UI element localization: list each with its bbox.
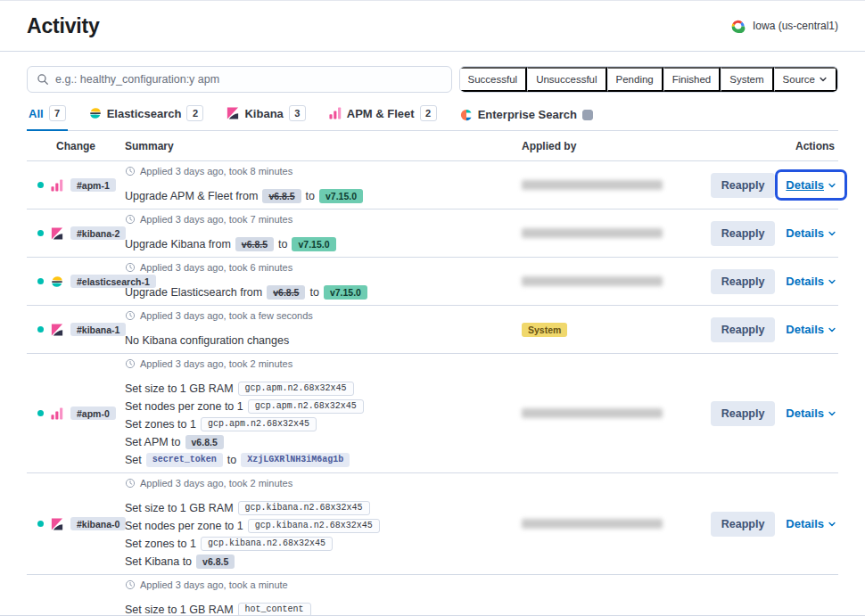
- applied-timestamp: Applied 3 days ago, took 8 minutes: [125, 165, 522, 177]
- applied-text: Applied 3 days ago, took 6 minutes: [140, 262, 292, 273]
- reapply-button[interactable]: Reapply: [711, 173, 776, 198]
- clock-icon: [125, 579, 136, 590]
- filter-source[interactable]: Source: [774, 67, 837, 92]
- summary-line: Set nodes per zone to 1gcp.apm.n2.68x32x…: [125, 398, 522, 414]
- filter-system[interactable]: System: [721, 67, 773, 92]
- filter-finished[interactable]: Finished: [663, 67, 721, 92]
- redacted-user: [522, 180, 663, 190]
- applied-text: Applied 3 days ago, took a minute: [140, 579, 288, 590]
- summary-cell: Applied 3 days ago, took a minuteSet siz…: [125, 575, 838, 616]
- tab-apm-fleet[interactable]: APM & Fleet2: [327, 103, 439, 131]
- summary-text: Upgrade Elasticsearch from: [125, 286, 262, 299]
- actions-cell: ReapplyDetails: [704, 306, 838, 353]
- chevron-down-icon: [828, 229, 836, 238]
- summary-line: No Kibana configuration changes: [125, 333, 522, 348]
- apm-icon: [51, 407, 63, 420]
- config-value-badge: gcp.apm.n2.68x32x45: [248, 399, 364, 414]
- search-box: [27, 66, 452, 93]
- activity-page: Activity Iowa (us-central1) SuccessfulUn…: [0, 0, 865, 616]
- summary-line: Upgrade Elasticsearch fromv6.8.5tov7.15.…: [125, 284, 522, 300]
- activity-row: #kibana-0Applied 3 days ago, took 2 minu…: [27, 473, 838, 575]
- filter-unsuccessful[interactable]: Unsuccessful: [527, 67, 606, 92]
- applied-timestamp: Applied 3 days ago, took 2 minutes: [125, 357, 522, 369]
- region-indicator[interactable]: Iowa (us-central1): [729, 19, 838, 33]
- apm-icon: [51, 179, 63, 192]
- filter-label: Finished: [672, 74, 711, 85]
- tab-kibana[interactable]: Kibana3: [225, 103, 307, 131]
- reapply-button[interactable]: Reapply: [711, 269, 776, 294]
- summary-line: Set size to 1 GB RAMhot_content: [125, 602, 838, 616]
- summary-cell: Applied 3 days ago, took 6 minutesUpgrad…: [125, 258, 522, 305]
- tab-enterprise-search[interactable]: Enterprise Search: [458, 106, 595, 131]
- actions-cell: ReapplyDetails: [704, 473, 838, 574]
- details-button[interactable]: Details: [786, 323, 836, 336]
- summary-line: Set size to 1 GB RAMgcp.kibana.n2.68x32x…: [125, 500, 522, 515]
- summary-cell: Applied 3 days ago, took a few secondsNo…: [125, 306, 522, 353]
- summary-text: Set: [125, 454, 142, 466]
- status-dot: [37, 326, 44, 333]
- clock-icon: [125, 478, 136, 489]
- reapply-button[interactable]: Reapply: [711, 317, 776, 342]
- details-button[interactable]: Details: [786, 178, 836, 192]
- summary-text: to: [278, 238, 287, 251]
- summary-cell: Applied 3 days ago, took 8 minutesUpgrad…: [125, 161, 522, 209]
- activity-row: #apm-0Applied 3 days ago, took 2 minutes…: [27, 354, 838, 473]
- table-body: #apm-1Applied 3 days ago, took 8 minutes…: [27, 161, 838, 616]
- filter-pending[interactable]: Pending: [607, 67, 663, 92]
- summary-text: Upgrade Kibana from: [125, 238, 231, 251]
- change-cell: #kibana-1: [27, 306, 125, 353]
- page-title: Activity: [27, 14, 99, 38]
- reapply-button[interactable]: Reapply: [711, 512, 776, 537]
- change-cell: [27, 575, 125, 616]
- code-badge: secret_token: [146, 453, 223, 467]
- tab-all[interactable]: All7: [27, 103, 68, 131]
- details-button[interactable]: Details: [786, 275, 836, 288]
- details-button[interactable]: Details: [786, 407, 836, 420]
- reapply-button[interactable]: Reapply: [711, 221, 776, 246]
- details-button[interactable]: Details: [786, 517, 836, 530]
- old-version-badge: v6.8.5: [235, 237, 274, 251]
- kibana-icon: [51, 227, 63, 240]
- change-cell: #elasticsearch-1: [27, 258, 125, 305]
- tab-elasticsearch[interactable]: Elasticsearch2: [87, 103, 206, 131]
- details-button[interactable]: Details: [786, 226, 836, 240]
- applied-by-cell: [522, 473, 704, 574]
- kibana-icon: [51, 324, 63, 336]
- apm-icon: [329, 107, 342, 119]
- table-header: Change Summary Applied by Actions: [27, 131, 838, 161]
- details-label: Details: [786, 178, 824, 192]
- summary-text: No Kibana configuration changes: [125, 334, 289, 347]
- chevron-down-icon: [828, 325, 836, 334]
- change-cell: #apm-1: [27, 161, 125, 209]
- activity-table: Change Summary Applied by Actions #apm-1…: [27, 131, 838, 616]
- summary-line: Set nodes per zone to 1gcp.kibana.n2.68x…: [125, 518, 522, 533]
- filter-successful[interactable]: Successful: [460, 67, 528, 92]
- activity-row: Applied 3 days ago, took a minuteSet siz…: [27, 575, 838, 616]
- redacted-user: [522, 276, 663, 286]
- elasticsearch-icon: [89, 107, 102, 119]
- status-dot: [37, 278, 44, 284]
- tab-count-badge: 7: [49, 105, 66, 121]
- change-cell: #kibana-0: [27, 473, 125, 574]
- version-badge: v6.8.5: [196, 554, 235, 569]
- tab-count-badge: [582, 110, 593, 120]
- status-dot: [37, 230, 44, 236]
- reapply-button[interactable]: Reapply: [711, 401, 776, 426]
- change-cell: #kibana-2: [27, 209, 125, 257]
- activity-row: #elasticsearch-1Applied 3 days ago, took…: [27, 258, 838, 306]
- toolbar: SuccessfulUnsuccessfulPendingFinishedSys…: [0, 52, 865, 93]
- actions-cell: ReapplyDetails: [704, 161, 838, 209]
- filter-label: Successful: [468, 74, 518, 85]
- redacted-user: [522, 228, 663, 238]
- summary-text: to: [309, 286, 318, 299]
- filter-label: Pending: [616, 74, 654, 85]
- activity-row: #apm-1Applied 3 days ago, took 8 minutes…: [27, 161, 838, 209]
- search-input[interactable]: [55, 73, 442, 86]
- applied-timestamp: Applied 3 days ago, took a few seconds: [125, 309, 522, 321]
- config-value-badge: gcp.kibana.n2.68x32x45: [248, 519, 380, 533]
- summary-line: Set Kibana tov6.8.5: [125, 554, 522, 569]
- details-label: Details: [786, 226, 824, 240]
- new-version-badge: v7.15.0: [324, 285, 367, 300]
- summary-text: Set size to 1 GB RAM: [125, 502, 234, 514]
- summary-text: to: [306, 190, 315, 202]
